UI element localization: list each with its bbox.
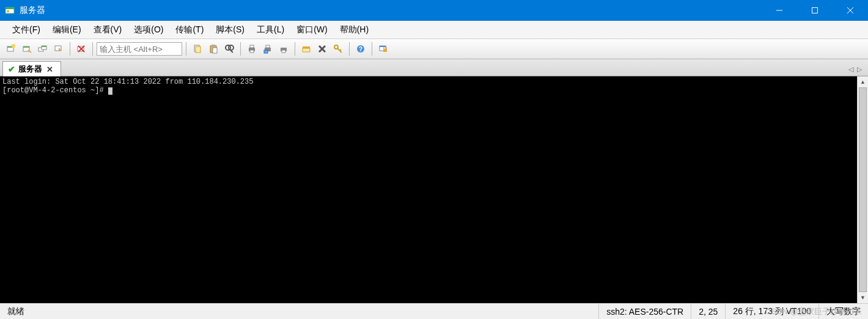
print-screen-icon[interactable]	[260, 42, 275, 56]
status-ready: 就绪	[0, 304, 599, 319]
terminal-area: Last login: Sat Oct 22 18:41:13 2022 fro…	[0, 76, 868, 303]
terminal-prompt: [root@VM-4-2-centos ~]#	[2, 86, 108, 95]
menu-help[interactable]: 帮助(H)	[334, 22, 375, 38]
menu-view[interactable]: 查看(V)	[87, 22, 128, 38]
scroll-track[interactable]	[858, 87, 868, 292]
svg-text:?: ?	[359, 46, 362, 53]
menubar: 文件(F) 编辑(E) 查看(V) 选项(O) 传输(T) 脚本(S) 工具(L…	[0, 21, 868, 39]
menu-transfer[interactable]: 传输(T)	[169, 22, 210, 38]
tab-prev-icon[interactable]: ◁	[848, 65, 853, 73]
scrollbar[interactable]: ▲ ▼	[857, 76, 868, 303]
scroll-down-icon[interactable]: ▼	[858, 292, 868, 303]
session-options-icon[interactable]	[299, 42, 314, 56]
app-icon	[5, 6, 15, 15]
host-input[interactable]	[97, 42, 182, 56]
svg-rect-32	[264, 50, 268, 53]
reconnect-icon[interactable]	[35, 42, 50, 56]
menu-options[interactable]: 选项(O)	[128, 22, 169, 38]
global-options-icon[interactable]	[315, 42, 329, 56]
svg-rect-22	[211, 45, 215, 46]
tabbar: ✔ 服务器 ✕ ◁ ▷	[0, 59, 868, 76]
key-icon[interactable]	[331, 42, 345, 56]
status-cursor: 2, 25	[691, 304, 726, 319]
menu-tools[interactable]: 工具(L)	[251, 22, 290, 38]
separator	[92, 42, 93, 56]
close-button[interactable]	[833, 0, 868, 21]
minimize-button[interactable]	[762, 0, 797, 21]
svg-rect-36	[303, 48, 310, 52]
svg-line-41	[340, 50, 341, 51]
tab-close-icon[interactable]: ✕	[45, 65, 54, 74]
svg-rect-2	[7, 10, 9, 12]
window-title: 服务器	[20, 5, 762, 16]
tab-nav: ◁ ▷	[848, 65, 866, 76]
svg-rect-14	[42, 46, 46, 47]
new-session-icon[interactable]	[4, 42, 18, 56]
status-caps: 大写数字	[819, 304, 868, 319]
help-icon[interactable]: ?	[353, 42, 368, 56]
titlebar: 服务器	[0, 0, 868, 21]
menu-window[interactable]: 窗口(W)	[290, 22, 334, 38]
disconnect-icon[interactable]	[74, 42, 89, 56]
svg-rect-4	[812, 8, 818, 13]
separator	[372, 42, 372, 56]
svg-point-9	[12, 44, 15, 48]
svg-rect-20	[196, 46, 200, 53]
tab-next-icon[interactable]: ▷	[857, 65, 862, 73]
svg-rect-23	[213, 48, 217, 53]
maximize-button[interactable]	[797, 0, 833, 21]
connect-icon[interactable]	[20, 42, 34, 56]
menu-edit[interactable]: 编辑(E)	[46, 22, 87, 38]
window-controls	[762, 0, 868, 21]
connected-icon: ✔	[8, 64, 15, 74]
statusbar: 就绪 ssh2: AES-256-CTR 2, 25 26 行, 173 列 V…	[0, 303, 868, 319]
separator	[295, 42, 295, 56]
terminal[interactable]: Last login: Sat Oct 22 18:41:13 2022 fro…	[0, 76, 857, 303]
print-icon[interactable]	[245, 42, 259, 56]
svg-rect-1	[6, 7, 14, 9]
svg-rect-31	[266, 45, 270, 48]
lock-icon[interactable]	[376, 42, 391, 56]
session-tab[interactable]: ✔ 服务器 ✕	[2, 61, 61, 76]
toolbar: ?	[0, 39, 868, 59]
paste-icon[interactable]	[206, 42, 221, 56]
menu-script[interactable]: 脚本(S)	[210, 22, 251, 38]
print-selection-icon[interactable]	[276, 42, 291, 56]
svg-rect-29	[250, 50, 254, 53]
terminal-line: Last login: Sat Oct 22 18:41:13 2022 fro…	[2, 78, 253, 86]
cursor-icon	[108, 87, 112, 95]
find-icon[interactable]	[222, 42, 237, 56]
separator	[240, 42, 241, 56]
scroll-up-icon[interactable]: ▲	[858, 76, 868, 87]
separator	[349, 42, 350, 56]
svg-rect-46	[383, 49, 387, 52]
status-protocol: ssh2: AES-256-CTR	[599, 304, 691, 319]
tab-label: 服务器	[18, 64, 42, 75]
copy-icon[interactable]	[190, 42, 205, 56]
status-size: 26 行, 173 列 VT100	[726, 304, 819, 319]
svg-rect-11	[23, 46, 29, 48]
separator	[70, 42, 70, 56]
svg-rect-28	[250, 45, 254, 48]
menu-file[interactable]: 文件(F)	[6, 22, 46, 38]
quick-connect-icon[interactable]	[51, 42, 66, 56]
separator	[186, 42, 186, 56]
svg-rect-34	[282, 50, 285, 53]
scroll-thumb[interactable]	[859, 87, 867, 292]
